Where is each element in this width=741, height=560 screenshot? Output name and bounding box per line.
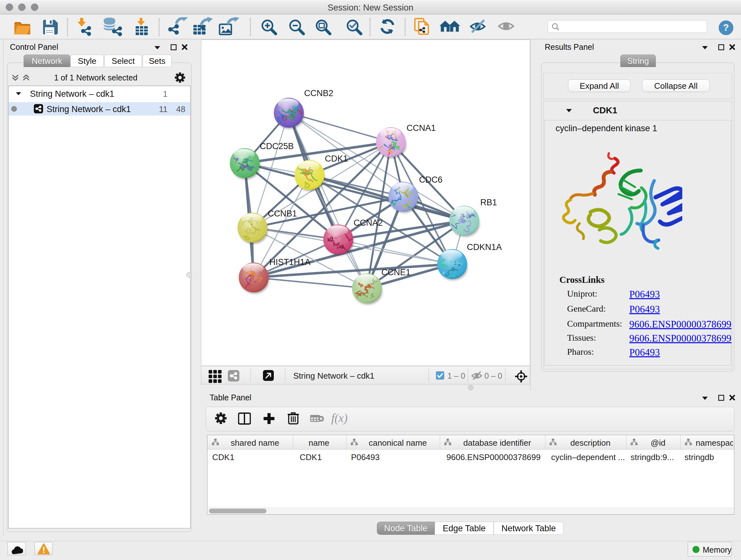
svg-text:CCNA1: CCNA1 bbox=[407, 123, 436, 133]
svg-text:CCNB1: CCNB1 bbox=[268, 209, 297, 219]
svg-text:CCNA2: CCNA2 bbox=[354, 218, 383, 228]
svg-text:HIST1H1A: HIST1H1A bbox=[269, 257, 311, 267]
svg-text:RB1: RB1 bbox=[480, 198, 497, 207]
svg-text:?: ? bbox=[723, 22, 729, 33]
svg-text:CCNE1: CCNE1 bbox=[381, 267, 411, 277]
svg-text:CDC25B: CDC25B bbox=[260, 141, 294, 151]
svg-text:CDK1: CDK1 bbox=[325, 154, 348, 164]
svg-text:CCNB2: CCNB2 bbox=[304, 88, 333, 98]
svg-text:CDC6: CDC6 bbox=[419, 175, 443, 185]
svg-text:CDKN1A: CDKN1A bbox=[467, 242, 502, 252]
